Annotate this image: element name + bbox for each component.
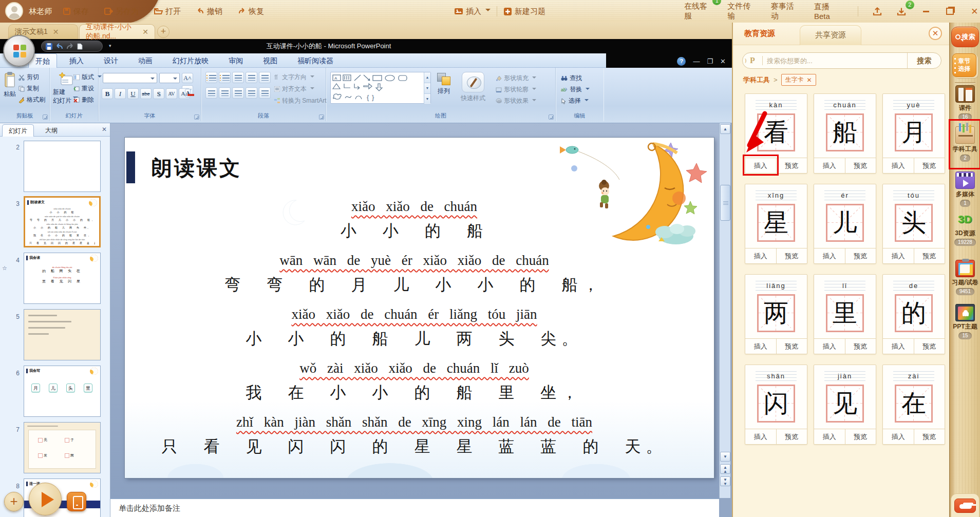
redo-button[interactable]: 恢复 [238, 7, 264, 16]
drawing-dialog-launcher[interactable] [549, 114, 554, 120]
qat-customize-icon[interactable]: ▾ [109, 43, 111, 48]
save-button[interactable]: 保存 [63, 7, 89, 16]
ribbon-tab-design[interactable]: 设计 [97, 53, 125, 68]
qat-newdoc-icon[interactable] [77, 43, 83, 50]
slide-thumbnail-4[interactable]: 我会读 de chuán liǎng tóu zài 的 船 两 头 在 lǐ … [24, 253, 101, 304]
avatar[interactable] [5, 2, 23, 20]
qat-undo-icon[interactable] [55, 43, 63, 49]
cloud-sync-button[interactable] [954, 499, 976, 513]
sidebar-item-ppt-themes[interactable]: PPT主题 15 [950, 304, 980, 339]
search-input[interactable] [767, 57, 907, 65]
increase-indent-button[interactable] [246, 72, 257, 83]
ribbon-tab-foxit[interactable]: 福昕阅读器 [291, 53, 340, 68]
shape-outline-button[interactable]: 形状轮廓 [496, 85, 536, 94]
qat-save-icon[interactable] [46, 43, 52, 50]
upload-icon[interactable] [872, 6, 882, 17]
insert-card-button[interactable]: 插入 [883, 429, 914, 444]
close-pane-icon[interactable]: ✕ [102, 126, 107, 133]
preview-card-button[interactable]: 预览 [777, 429, 807, 444]
preview-card-button[interactable]: 预览 [845, 248, 876, 263]
arrange-button[interactable]: 排列 [437, 73, 450, 95]
sidebar-search-button[interactable]: 搜索 [951, 27, 979, 47]
preview-card-button[interactable]: 预览 [845, 339, 876, 354]
copy-button[interactable]: 复制 [18, 84, 39, 93]
preview-card-button[interactable]: 预览 [914, 429, 945, 444]
panel-close-icon[interactable]: ✕ [929, 27, 942, 40]
font-name-select[interactable] [103, 73, 157, 83]
paste-button[interactable]: 粘贴 [3, 72, 16, 99]
preview-card-button[interactable]: 预览 [845, 158, 876, 173]
slide-thumbnail-7[interactable]: 亮 子 发 面 [24, 422, 101, 473]
insert-card-button[interactable]: 插入 [814, 158, 845, 173]
slide-thumbnail-6[interactable]: 我会写 月 儿 头 里 [24, 366, 101, 417]
minimize-button[interactable] [920, 6, 931, 17]
save-as-button[interactable]: 另存为 [104, 7, 139, 16]
bold-button[interactable]: B [102, 88, 113, 99]
ribbon-tab-animation[interactable]: 动画 [131, 53, 159, 68]
preview-card-button[interactable]: 预览 [777, 339, 807, 354]
justify-button[interactable] [246, 87, 257, 99]
ppt-minimize-icon[interactable]: — [693, 58, 700, 65]
text-direction-button[interactable]: 文字方向 [274, 73, 314, 82]
file-transfer-link[interactable]: 文件传输 [727, 2, 757, 21]
insert-card-button[interactable]: 插入 [745, 248, 777, 263]
new-exercise-button[interactable]: 新建习题 [503, 7, 545, 16]
preview-card-button[interactable]: 预览 [914, 158, 945, 173]
font-size-select[interactable] [159, 73, 180, 83]
preview-card-button[interactable]: 预览 [845, 429, 876, 444]
shadow-button[interactable]: S [153, 88, 164, 99]
sidebar-item-exercises[interactable]: 习题/试卷 9451 [950, 260, 980, 295]
align-center-button[interactable] [219, 87, 231, 99]
slide-canvas[interactable]: 朗读课文 xiǎo xiǎo de chuán小 小 的 船 wān wān d… [125, 138, 714, 478]
char-spacing-button[interactable]: AV [166, 88, 177, 99]
tab-edu-resources[interactable]: 教育资源 [744, 29, 775, 39]
preview-card-button[interactable]: 预览 [914, 339, 945, 354]
close-button[interactable]: ✕ [969, 6, 980, 17]
next-slide-icon[interactable]: ▼▼ [720, 476, 730, 486]
scroll-up-icon[interactable]: ▲ [720, 124, 730, 134]
insert-card-button[interactable]: 插入 [883, 248, 914, 263]
clipboard-dialog-launcher[interactable] [43, 114, 48, 120]
shapes-gallery[interactable]: A [330, 72, 431, 104]
insert-card-button[interactable]: 插入 [883, 158, 914, 173]
italic-button[interactable]: I [115, 88, 126, 99]
insert-card-button[interactable]: 插入 [814, 248, 845, 263]
help-icon[interactable]: ? [677, 57, 686, 66]
qat-redo-icon[interactable] [66, 43, 74, 49]
tab-shared-resources[interactable]: 共享资源 [800, 25, 861, 45]
line-spacing-button[interactable] [259, 72, 271, 83]
delete-slide-button[interactable]: 删除 [73, 95, 94, 104]
align-left-button[interactable] [205, 87, 217, 99]
office-button[interactable] [3, 35, 35, 67]
insert-dropdown-button[interactable]: 插入 [454, 7, 491, 16]
shapes-scroll[interactable]: ▲▼▼ [424, 72, 430, 104]
close-tab-icon[interactable]: ✕ [53, 28, 59, 36]
ribbon-tab-view[interactable]: 视图 [256, 53, 284, 68]
sidebar-item-courseware[interactable]: 课件 16 [950, 85, 980, 121]
bullets-button[interactable] [205, 72, 217, 83]
contest-link[interactable]: 赛事活动 [771, 2, 801, 21]
shape-effects-button[interactable]: 形状效果 [496, 97, 536, 105]
layout-button[interactable]: 版式 [73, 73, 102, 82]
live-beta-link[interactable]: 直播Beta [814, 2, 844, 21]
tab-slides[interactable]: 幻灯片 [2, 124, 34, 137]
grow-font-button[interactable]: A˄ [182, 73, 193, 83]
cut-button[interactable]: 剪切 [18, 73, 39, 82]
play-slideshow-button[interactable] [29, 483, 62, 515]
filter-tag[interactable]: 生字卡 ✕ [781, 74, 816, 86]
shape-fill-button[interactable]: 形状填充 [496, 74, 536, 83]
numbering-button[interactable] [219, 72, 231, 83]
insert-card-button[interactable]: 插入 [883, 339, 914, 354]
insert-card-button[interactable]: 插入 [745, 339, 777, 354]
align-right-button[interactable] [232, 87, 244, 99]
font-color-button[interactable]: A [185, 89, 191, 98]
ribbon-tab-review[interactable]: 审阅 [222, 53, 250, 68]
strikethrough-button[interactable]: abe [140, 88, 152, 99]
mobile-control-button[interactable] [67, 492, 86, 511]
online-service-link[interactable]: 在线客服 1 [684, 2, 714, 21]
format-painter-button[interactable]: 格式刷 [18, 95, 45, 104]
font-dialog-launcher[interactable] [194, 114, 199, 120]
open-button[interactable]: 打开 [154, 7, 181, 16]
preview-card-button[interactable]: 预览 [777, 248, 807, 263]
quick-styles-button[interactable]: 快速样式 [461, 72, 485, 103]
